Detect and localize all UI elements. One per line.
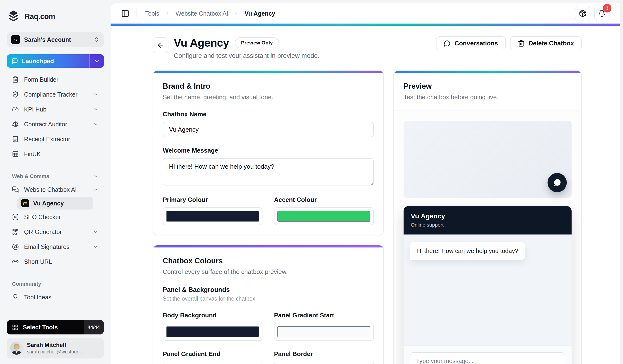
message-circle-icon xyxy=(444,40,451,47)
trash-icon xyxy=(518,40,525,47)
conversations-button[interactable]: Conversations xyxy=(436,36,506,50)
preview-title: Preview xyxy=(403,82,572,91)
user-avatar xyxy=(10,342,23,355)
sidebar-item-receipt-extractor[interactable]: Receipt Extractor xyxy=(7,132,104,147)
back-button[interactable] xyxy=(153,37,169,53)
sidebar-item-tool-ideas[interactable]: Tool Ideas xyxy=(7,290,104,305)
panel-gradient-end-picker[interactable] xyxy=(163,362,263,364)
brand-logo: Raq.com xyxy=(7,9,104,24)
sidebar-item-label: SEO Checker xyxy=(24,214,99,221)
accent-colour-picker[interactable] xyxy=(274,207,374,225)
user-email: sarah.mitchell@westbur... xyxy=(27,349,90,355)
scan-search-icon xyxy=(12,214,19,220)
panel-backgrounds-title: Panel & Backgrounds xyxy=(163,286,374,294)
breadcrumb-current: Vu Agency xyxy=(245,10,275,17)
chevron-down-icon xyxy=(93,91,99,97)
sidebar-item-qr-generator[interactable]: QR Generator xyxy=(7,224,104,239)
stacked-books-logo-icon xyxy=(7,10,20,23)
chat-widget-name: Vu Agency xyxy=(411,212,564,220)
card-accent xyxy=(394,71,581,73)
chevrons-up-down-icon xyxy=(93,37,99,43)
sidebar-item-label: Website Chatbox AI xyxy=(24,186,88,193)
panel-left-toggle-icon[interactable] xyxy=(121,9,129,18)
chatbox-name-label: Chatbox Name xyxy=(163,110,374,118)
section-label: Web & Comms xyxy=(12,173,93,179)
sidebar-item-form-builder[interactable]: Form Builder xyxy=(7,72,104,87)
chatbox-colours-card: Chatbox Colours Control every surface of… xyxy=(153,245,384,364)
panel-gradient-start-picker[interactable] xyxy=(274,323,374,341)
sidebar-item-kpi-hub[interactable]: KPI Hub xyxy=(7,102,104,117)
chevron-down-icon xyxy=(93,173,99,179)
account-label: Sarah's Account xyxy=(24,36,89,43)
preview-column: Preview Test the chatbox before going li… xyxy=(394,70,582,364)
sidebar-item-seo-checker[interactable]: SEO Checker xyxy=(7,210,104,224)
select-tools-button[interactable]: Select Tools 44/44 xyxy=(7,320,104,334)
section-web-comms[interactable]: Web & Comms xyxy=(7,172,104,180)
notifications-button[interactable]: 3 xyxy=(594,6,610,21)
panel-backgrounds-subtitle: Set the overall canvas for the chatbox. xyxy=(163,296,374,302)
sidebar-item-website-chatbox-ai[interactable]: Website Chatbox AI xyxy=(7,182,104,197)
preview-canvas xyxy=(403,121,572,198)
card-accent xyxy=(153,245,383,247)
breadcrumb-tools[interactable]: Tools xyxy=(145,10,159,17)
ellipsis-vertical-icon[interactable] xyxy=(94,345,100,351)
chevron-down-icon xyxy=(93,107,99,112)
chat-message-input[interactable] xyxy=(410,352,565,364)
body-background-swatch xyxy=(166,326,259,337)
sidebar-item-email-signatures[interactable]: Email Signatures xyxy=(7,239,104,254)
delete-chatbox-label: Delete Chatbox xyxy=(529,40,574,47)
select-tools-label: Select Tools xyxy=(23,324,58,331)
primary-colour-swatch xyxy=(166,211,259,222)
chat-widget-header: Vu Agency Online support xyxy=(403,206,572,235)
body-background-picker[interactable] xyxy=(163,323,263,341)
brand-name: Raq.com xyxy=(24,12,55,21)
qr-code-icon xyxy=(12,229,19,235)
welcome-message-textarea[interactable]: Hi there! How can we help you today? xyxy=(163,158,374,186)
user-card[interactable]: Sarah Mitchell sarah.mitchell@westbur... xyxy=(7,338,104,359)
topbar-divider xyxy=(136,9,137,18)
launchpad-button[interactable]: Launchpad xyxy=(7,54,104,68)
scrollbar[interactable] xyxy=(620,0,623,364)
settings-column: Brand & Intro Set the name, greeting, an… xyxy=(153,70,384,364)
chat-widget-status: Online support xyxy=(411,222,564,228)
sidebar-item-contract-auditor[interactable]: Contract Auditor xyxy=(7,117,104,132)
sidebar-item-short-url[interactable]: Short URL xyxy=(7,254,104,269)
package-search-icon xyxy=(579,10,586,17)
chevron-down-icon xyxy=(93,244,99,250)
delete-chatbox-button[interactable]: Delete Chatbox xyxy=(510,36,582,50)
launchpad-dropdown-toggle[interactable] xyxy=(89,54,104,68)
sidebar-item-finuk[interactable]: FinUK xyxy=(7,147,104,161)
sidebar-item-vu-agency[interactable]: Vu Agency xyxy=(17,197,93,210)
primary-colour-picker[interactable] xyxy=(163,207,263,225)
bot-message-bubble: Hi there! How can we help you today? xyxy=(410,242,525,260)
receipt-icon xyxy=(12,136,19,143)
breadcrumb-website-chatbox-ai[interactable]: Website Chatbox AI xyxy=(176,10,228,17)
sidebar-item-label: Tool Ideas xyxy=(24,294,99,301)
accent-colour-swatch xyxy=(277,211,370,222)
sidebar-item-compliance-tracker[interactable]: Compliance Tracker xyxy=(7,87,104,102)
section-label: Community xyxy=(12,281,99,287)
panel-gradient-end-label: Panel Gradient End xyxy=(163,350,263,358)
chat-launcher-button[interactable] xyxy=(548,173,567,192)
lightbulb-icon xyxy=(12,294,19,300)
topbar-actions: 3 xyxy=(575,6,610,21)
panel-border-picker[interactable] xyxy=(274,362,374,364)
brand-intro-card: Brand & Intro Set the name, greeting, an… xyxy=(153,70,384,235)
accent-divider xyxy=(111,23,620,26)
preview-only-badge: Preview Only xyxy=(235,37,279,48)
chat-widget-footer xyxy=(403,345,572,364)
tree-line xyxy=(20,198,21,209)
launchpad-main[interactable]: Launchpad xyxy=(7,58,89,65)
messages-square-icon xyxy=(12,186,19,193)
preview-body: Vu Agency Online support Hi there! How c… xyxy=(394,111,581,364)
card-subtitle: Set the name, greeting, and visual tone. xyxy=(163,93,374,101)
package-search-button[interactable] xyxy=(575,6,590,21)
panel-gradient-start-swatch xyxy=(277,326,370,337)
account-switcher[interactable]: s Sarah's Account xyxy=(7,32,104,47)
app-root: Raq.com s Sarah's Account Launchpad Form… xyxy=(0,0,623,364)
sidebar-item-label: Compliance Tracker xyxy=(24,91,88,98)
card-title: Chatbox Colours xyxy=(163,257,374,265)
tools-count-badge: 44/44 xyxy=(84,320,104,334)
chevron-up-icon xyxy=(93,187,99,193)
chatbox-name-input[interactable] xyxy=(163,122,374,137)
